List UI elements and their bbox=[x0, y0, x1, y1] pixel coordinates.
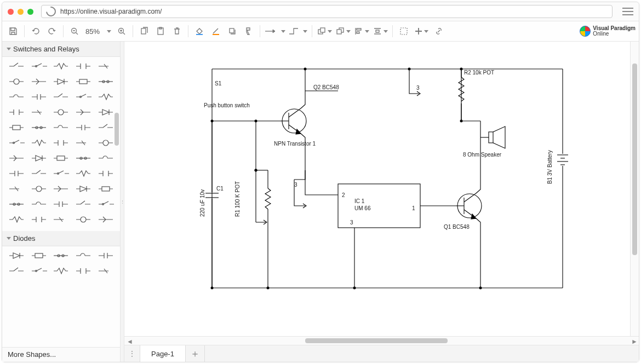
align-button[interactable] bbox=[353, 24, 370, 39]
insert-button[interactable] bbox=[413, 24, 430, 39]
shape-stencil[interactable] bbox=[51, 183, 71, 195]
shape-stencil[interactable] bbox=[29, 183, 49, 195]
close-window-icon[interactable] bbox=[8, 9, 14, 15]
redo-button[interactable] bbox=[44, 24, 60, 39]
zoom-out-button[interactable] bbox=[67, 24, 82, 39]
shape-stencil[interactable] bbox=[7, 91, 27, 103]
menu-icon[interactable] bbox=[622, 8, 633, 15]
shape-stencil[interactable] bbox=[95, 91, 116, 103]
palette-header-diodes[interactable]: Diodes bbox=[2, 231, 120, 246]
shape-stencil[interactable] bbox=[73, 198, 94, 210]
shape-stencil[interactable] bbox=[95, 167, 116, 180]
shape-stencil[interactable] bbox=[29, 213, 49, 226]
maximize-window-icon[interactable] bbox=[27, 9, 33, 15]
zoom-dropdown[interactable] bbox=[103, 24, 113, 39]
shape-stencil[interactable] bbox=[7, 106, 27, 118]
shape-stencil[interactable] bbox=[29, 137, 49, 149]
page-tab-1[interactable]: Page-1 bbox=[140, 345, 186, 362]
shape-stencil[interactable] bbox=[7, 198, 27, 210]
shape-stencil[interactable] bbox=[7, 183, 27, 195]
zoom-in-button[interactable] bbox=[114, 24, 129, 39]
shape-stencil[interactable] bbox=[29, 198, 49, 210]
shape-stencil[interactable] bbox=[51, 167, 71, 180]
connector-style-button[interactable] bbox=[264, 24, 285, 39]
library-scrollbar[interactable] bbox=[113, 42, 120, 347]
shape-stencil[interactable] bbox=[29, 167, 49, 180]
shape-stencil[interactable] bbox=[7, 152, 27, 164]
shape-stencil[interactable] bbox=[73, 167, 94, 180]
shape-stencil[interactable] bbox=[29, 152, 49, 164]
shape-stencil[interactable] bbox=[7, 60, 27, 72]
shape-stencil[interactable] bbox=[7, 167, 27, 180]
shape-stencil[interactable] bbox=[95, 198, 116, 210]
shape-stencil[interactable] bbox=[51, 76, 71, 88]
shape-stencil[interactable] bbox=[95, 152, 116, 164]
shape-stencil[interactable] bbox=[29, 265, 49, 277]
shape-stencil[interactable] bbox=[95, 137, 116, 149]
shape-stencil[interactable] bbox=[51, 198, 71, 210]
shape-stencil[interactable] bbox=[73, 183, 94, 195]
copy-button[interactable] bbox=[136, 24, 152, 39]
page-menu-icon[interactable]: ⋮ bbox=[124, 345, 140, 362]
distribute-button[interactable] bbox=[371, 24, 389, 39]
shape-stencil[interactable] bbox=[51, 213, 71, 226]
shape-stencil[interactable] bbox=[29, 60, 49, 72]
undo-button[interactable] bbox=[28, 24, 43, 39]
shape-stencil[interactable] bbox=[29, 76, 49, 88]
shape-stencil[interactable] bbox=[95, 183, 116, 195]
shape-stencil[interactable] bbox=[51, 137, 71, 149]
url-bar[interactable]: https://online.visual-paradigm.com/ bbox=[41, 5, 613, 18]
shape-stencil[interactable] bbox=[95, 265, 116, 277]
shape-stencil[interactable] bbox=[73, 152, 94, 164]
diagram-canvas[interactable]: S1 Push button switch C1 bbox=[124, 42, 630, 336]
shape-stencil[interactable] bbox=[7, 122, 27, 134]
canvas-vertical-scrollbar[interactable] bbox=[630, 42, 639, 336]
palette-header-switches[interactable]: Switches and Relays bbox=[2, 42, 120, 57]
save-button[interactable] bbox=[5, 24, 21, 39]
line-color-button[interactable] bbox=[208, 24, 224, 39]
shape-stencil[interactable] bbox=[73, 76, 94, 88]
shape-stencil[interactable] bbox=[29, 91, 49, 103]
delete-button[interactable] bbox=[169, 24, 185, 39]
shape-stencil[interactable] bbox=[7, 265, 27, 277]
shape-stencil[interactable] bbox=[7, 213, 27, 226]
waypoint-style-button[interactable] bbox=[287, 24, 308, 39]
shape-stencil[interactable] bbox=[51, 91, 71, 103]
shape-stencil[interactable] bbox=[29, 106, 49, 118]
shape-stencil[interactable] bbox=[95, 106, 116, 118]
shape-stencil[interactable] bbox=[95, 76, 116, 88]
shape-stencil[interactable] bbox=[7, 250, 27, 262]
shape-stencil[interactable] bbox=[73, 250, 94, 262]
fill-color-button[interactable] bbox=[192, 24, 207, 39]
to-back-button[interactable] bbox=[334, 24, 352, 39]
shape-stencil[interactable] bbox=[73, 106, 94, 118]
shadow-button[interactable] bbox=[225, 24, 240, 39]
refresh-icon[interactable] bbox=[44, 4, 58, 18]
shape-stencil[interactable] bbox=[29, 122, 49, 134]
shape-stencil[interactable] bbox=[95, 213, 116, 226]
shape-stencil[interactable] bbox=[73, 213, 94, 226]
shape-stencil[interactable] bbox=[73, 91, 94, 103]
minimize-window-icon[interactable] bbox=[18, 9, 24, 15]
link-button[interactable] bbox=[431, 24, 447, 39]
shape-stencil[interactable] bbox=[95, 250, 116, 262]
shape-stencil[interactable] bbox=[51, 265, 71, 277]
shape-stencil[interactable] bbox=[73, 60, 94, 72]
shape-stencil[interactable] bbox=[51, 60, 71, 72]
shape-stencil[interactable] bbox=[7, 76, 27, 88]
shape-stencil[interactable] bbox=[73, 265, 94, 277]
shape-stencil[interactable] bbox=[51, 106, 71, 118]
to-front-button[interactable] bbox=[316, 24, 333, 39]
paste-button[interactable] bbox=[153, 24, 168, 39]
shape-stencil[interactable] bbox=[51, 122, 71, 134]
format-painter-button[interactable] bbox=[241, 24, 256, 39]
select-tool-button[interactable] bbox=[396, 24, 411, 39]
canvas-horizontal-scrollbar[interactable]: ◄ ► bbox=[124, 336, 639, 345]
shape-stencil[interactable] bbox=[73, 122, 94, 134]
shape-stencil[interactable] bbox=[29, 250, 49, 262]
shape-stencil[interactable] bbox=[95, 122, 116, 134]
shape-stencil[interactable] bbox=[51, 152, 71, 164]
split-handle[interactable]: ⋮ bbox=[121, 42, 124, 362]
more-shapes-button[interactable]: More Shapes... bbox=[2, 347, 120, 362]
shape-stencil[interactable] bbox=[73, 137, 94, 149]
